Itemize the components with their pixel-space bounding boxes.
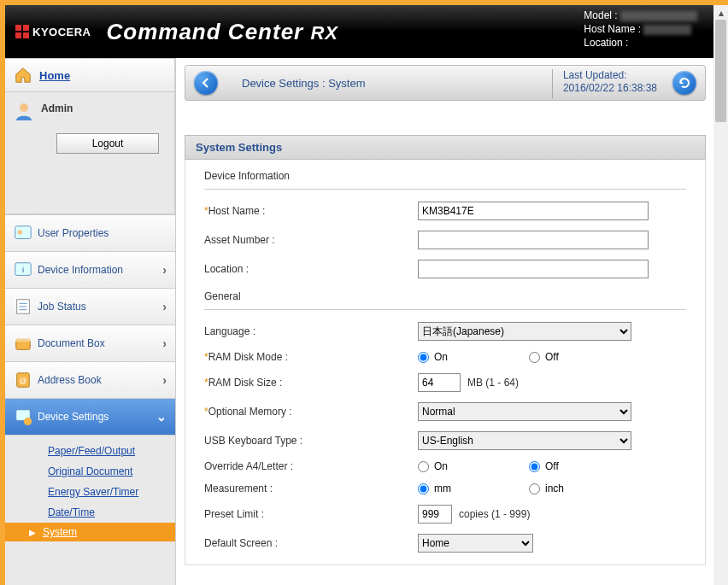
panel-body: Device Information *Host Name : Asset Nu… [185,160,706,565]
svg-text:i: i [22,266,24,274]
location-label: Location : [584,37,628,49]
location-input[interactable] [418,260,649,278]
scroll-thumb[interactable] [715,20,726,122]
subnav-paper-feed[interactable]: Paper/Feed/Output [5,441,175,461]
logout-button[interactable]: Logout [56,133,159,154]
back-button[interactable] [194,71,218,95]
measurement-mm-radio[interactable] [418,483,429,494]
active-arrow-icon: ▶ [29,528,36,537]
radio-off-label: Off [545,460,559,472]
optional-memory-label: Optional Memory : [208,406,292,418]
optional-memory-select[interactable]: Normal [418,402,631,421]
chevron-right-icon: › [162,263,167,277]
ramdisk-size-label: RAM Disk Size : [208,377,283,389]
nav-address-book[interactable]: @ Address Book › [5,361,175,398]
default-screen-select[interactable]: Home [418,534,533,553]
nav-device-information[interactable]: i Device Information › [5,251,175,288]
chevron-down-icon: ⌄ [156,410,167,424]
usb-keyboard-select[interactable]: US-English [418,431,631,450]
refresh-icon [678,76,691,90]
svg-rect-2 [15,32,21,38]
chevron-right-icon: › [162,336,167,350]
radio-mm-label: mm [434,483,451,494]
app-title-suffix: RX [310,22,338,44]
ramdisk-size-hint: MB (1 - 64) [467,377,519,389]
subnav-original-document[interactable]: Original Document [5,461,175,482]
host-name-input[interactable] [418,202,649,220]
subnav-date-time[interactable]: Date/Time [5,502,175,523]
sidebar: Home Admin Logout User Properties i De [5,58,176,585]
model-label: Model : [584,9,617,21]
measurement-label: Measurement : [204,483,273,494]
header-device-info: Model : Host Name : Location : [584,9,697,50]
app-title-main: Command Center [107,19,304,44]
nav-label: Device Settings [38,411,109,423]
section-device-info: Device Information [204,167,686,187]
preset-limit-hint: copies (1 - 999) [459,508,530,520]
subnav-system[interactable]: System [43,526,77,538]
svg-rect-14 [16,339,31,342]
svg-point-18 [24,418,32,425]
model-value-redacted [620,11,697,21]
subnav-system-active[interactable]: ▶ System [5,523,175,541]
scrollbar[interactable]: ▴ [713,5,728,585]
job-status-icon [14,297,32,316]
app-header: KYOCERA Command Center RX Model : Host N… [5,5,728,58]
radio-inch-label: inch [545,483,564,494]
hostname-value-redacted [643,25,691,35]
chevron-right-icon: › [162,373,167,387]
language-label: Language : [204,325,255,337]
radio-on-label: On [434,460,448,472]
usb-keyboard-label: USB Keyboard Type : [204,435,302,447]
svg-text:@: @ [19,377,26,385]
home-link[interactable]: Home [39,69,70,82]
nav-label: Device Information [38,264,123,276]
sidebar-home[interactable]: Home [5,59,174,92]
brand-logo: KYOCERA [15,25,91,38]
nav-device-settings[interactable]: Device Settings ⌄ [5,398,175,435]
home-icon [14,66,32,85]
subnav-energy-saver[interactable]: Energy Saver/Timer [5,482,175,502]
kyocera-icon [15,25,29,38]
nav-document-box[interactable]: Document Box › [5,325,175,361]
content-area: Device Settings : System Last Updated: 2… [176,58,728,585]
last-updated-value: 2016/02/22 16:38:38 [563,82,657,95]
language-select[interactable]: 日本語(Japanese) [418,322,631,341]
svg-point-6 [18,230,22,235]
default-screen-label: Default Screen : [204,537,278,549]
radio-off-label: Off [545,351,559,363]
breadcrumb-text: Device Settings : System [242,77,366,90]
override-on-radio[interactable] [418,461,429,472]
measurement-inch-radio[interactable] [529,483,540,494]
address-book-icon: @ [14,371,32,389]
asset-number-input[interactable] [418,231,649,249]
device-settings-subnav: Paper/Feed/Output Original Document Ener… [5,435,175,547]
svg-rect-1 [23,25,29,31]
ramdisk-mode-label: RAM Disk Mode : [208,351,288,363]
ramdisk-size-input[interactable] [418,373,461,392]
user-icon [14,101,34,121]
last-updated: Last Updated: 2016/02/22 16:38:38 [552,69,657,98]
nav-job-status[interactable]: Job Status › [5,288,175,325]
brand-text: KYOCERA [32,26,91,38]
asset-number-label: Asset Number : [204,234,275,246]
nav-label: Document Box [38,337,105,349]
section-general: General [204,287,686,307]
scroll-up-icon[interactable]: ▴ [713,5,728,20]
host-name-label: Host Name : [208,205,266,217]
radio-on-label: On [434,351,448,363]
svg-rect-0 [15,25,21,31]
ramdisk-mode-on-radio[interactable] [418,352,429,363]
override-off-radio[interactable] [529,461,540,472]
app-title: Command Center RX [107,19,339,45]
hostname-label: Host Name : [584,23,641,35]
nav-label: Job Status [38,301,86,313]
nav-user-properties[interactable]: User Properties [5,214,175,251]
nav-label: User Properties [38,227,109,239]
breadcrumb-bar: Device Settings : System Last Updated: 2… [185,65,706,101]
refresh-button[interactable] [672,71,696,95]
device-settings-icon [14,407,32,426]
preset-limit-label: Preset Limit : [204,508,264,520]
preset-limit-input[interactable] [418,505,452,524]
ramdisk-mode-off-radio[interactable] [529,352,540,363]
